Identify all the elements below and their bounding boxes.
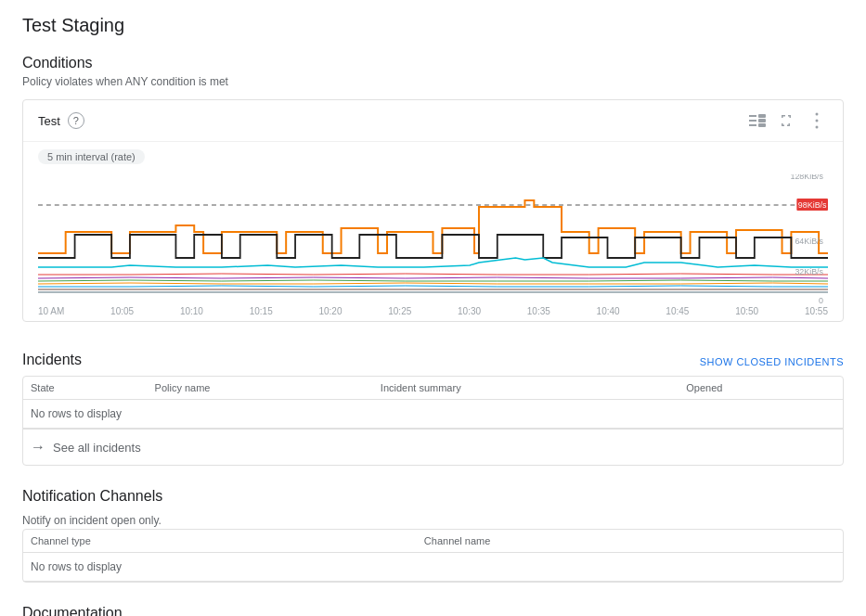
notification-channels-card: Channel type Channel name No rows to dis… bbox=[22, 529, 844, 583]
arrow-right-icon: → bbox=[31, 439, 45, 456]
svg-rect-0 bbox=[749, 115, 756, 117]
help-icon[interactable]: ? bbox=[68, 112, 84, 129]
no-rows-row: No rows to display bbox=[23, 400, 843, 429]
documentation-title: Documentation bbox=[22, 605, 844, 616]
col-state: State bbox=[23, 377, 148, 400]
incidents-table: State Policy name Incident summary Opene… bbox=[23, 377, 843, 429]
chart-area: 128KiB/s 64KiB/s 32KiB/s 0 98KiB/s 10 AM… bbox=[23, 163, 843, 321]
conditions-title: Conditions bbox=[22, 55, 844, 71]
svg-point-7 bbox=[816, 120, 819, 122]
expand-icon[interactable] bbox=[776, 109, 798, 132]
svg-rect-5 bbox=[758, 123, 766, 127]
page-title: Test Staging bbox=[22, 15, 844, 36]
notification-channels-table: Channel type Channel name No rows to dis… bbox=[23, 530, 843, 582]
notify-subtitle: Notify on incident open only. bbox=[22, 508, 844, 529]
see-all-incidents-row[interactable]: → See all incidents bbox=[23, 430, 843, 465]
interval-badge: 5 min interval (rate) bbox=[38, 149, 145, 164]
conditions-card: Test ? bbox=[22, 99, 844, 322]
no-rows-text: No rows to display bbox=[23, 400, 843, 429]
conditions-subtitle: Policy violates when ANY condition is me… bbox=[22, 75, 844, 88]
legend-toggle-icon[interactable] bbox=[746, 109, 769, 132]
card-title: Test bbox=[38, 114, 60, 128]
svg-point-6 bbox=[816, 113, 819, 116]
svg-rect-3 bbox=[758, 114, 766, 118]
svg-rect-2 bbox=[749, 124, 756, 126]
chart-x-axis: 10 AM 10:05 10:10 10:15 10:20 10:25 10:3… bbox=[38, 304, 828, 321]
no-rows-text-notif: No rows to display bbox=[23, 553, 843, 582]
svg-rect-4 bbox=[758, 119, 766, 122]
incidents-card: State Policy name Incident summary Opene… bbox=[22, 376, 844, 466]
col-channel-name: Channel name bbox=[417, 530, 843, 553]
col-incident-summary: Incident summary bbox=[373, 377, 679, 400]
svg-point-8 bbox=[816, 126, 819, 129]
documentation-section: Documentation No documentation configure… bbox=[22, 605, 844, 616]
notification-channels-section: Notification Channels Notify on incident… bbox=[22, 488, 844, 583]
incidents-header: Incidents SHOW CLOSED INCIDENTS bbox=[22, 344, 844, 376]
chart-svg: 128KiB/s 64KiB/s 32KiB/s 0 98KiB/s bbox=[38, 174, 828, 304]
svg-rect-1 bbox=[749, 120, 756, 122]
svg-text:0: 0 bbox=[819, 296, 823, 304]
no-rows-row-notif: No rows to display bbox=[23, 553, 843, 582]
see-all-label: See all incidents bbox=[53, 441, 141, 455]
col-opened: Opened bbox=[679, 377, 843, 400]
more-options-icon[interactable] bbox=[806, 109, 828, 132]
svg-text:98KiB/s: 98KiB/s bbox=[798, 200, 827, 210]
conditions-section: Conditions Policy violates when ANY cond… bbox=[22, 55, 844, 322]
svg-text:32KiB/s: 32KiB/s bbox=[795, 267, 823, 276]
svg-text:64KiB/s: 64KiB/s bbox=[795, 237, 823, 246]
col-channel-type: Channel type bbox=[23, 530, 417, 553]
svg-text:128KiB/s: 128KiB/s bbox=[790, 174, 823, 181]
incidents-section: Incidents SHOW CLOSED INCIDENTS State Po… bbox=[22, 344, 844, 466]
notification-channels-title: Notification Channels bbox=[22, 488, 844, 505]
show-closed-incidents-link[interactable]: SHOW CLOSED INCIDENTS bbox=[700, 356, 844, 367]
card-header: Test ? bbox=[23, 100, 843, 142]
incidents-title: Incidents bbox=[22, 352, 82, 368]
col-policy-name: Policy name bbox=[148, 377, 373, 400]
